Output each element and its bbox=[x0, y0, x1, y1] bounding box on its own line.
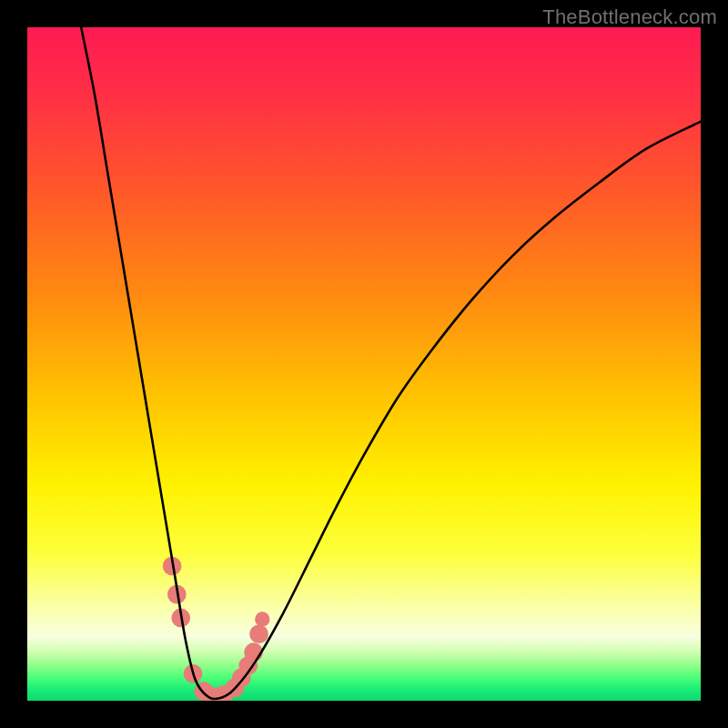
data-marker bbox=[255, 612, 269, 626]
data-marker bbox=[249, 624, 268, 643]
marker-group bbox=[163, 557, 270, 701]
chart-frame: TheBottleneck.com bbox=[0, 0, 728, 728]
plot-area bbox=[27, 27, 701, 701]
curve-layer bbox=[27, 27, 701, 701]
watermark-text: TheBottleneck.com bbox=[542, 5, 717, 29]
